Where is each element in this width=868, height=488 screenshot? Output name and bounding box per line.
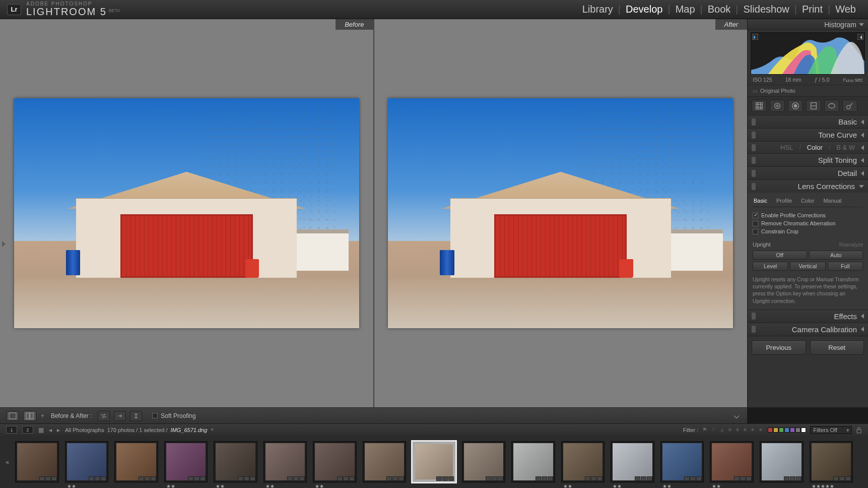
thumbnail[interactable]: ★★ [65, 441, 109, 482]
tab-color[interactable]: Color [800, 197, 815, 205]
upright-full-button[interactable]: Full [828, 262, 863, 271]
source-path[interactable]: All Photographs 170 photos / 1 selected … [65, 427, 214, 433]
nav-slideshow[interactable]: Slideshow [739, 4, 794, 15]
after-pane[interactable]: After [373, 19, 748, 407]
graduated-filter-icon[interactable] [806, 100, 821, 112]
previous-button[interactable]: Previous [752, 340, 806, 355]
thumbnail[interactable]: ★★★★★ [810, 441, 853, 482]
thumbnail[interactable]: ★★ [710, 441, 754, 482]
main-monitor-button[interactable]: 1 [6, 426, 17, 434]
loupe-view-button[interactable] [6, 411, 19, 421]
panel-switch-icon[interactable] [752, 144, 756, 151]
highlight-clipping-icon[interactable] [857, 34, 863, 40]
radial-filter-icon[interactable] [824, 100, 839, 112]
filters-dropdown[interactable]: Filters Off [810, 426, 852, 434]
thumbnail[interactable]: ★★ [214, 441, 257, 482]
thumbnail[interactable] [760, 441, 804, 482]
star-filter[interactable]: ★ ★ ★ ★ ★ [727, 426, 763, 433]
histogram[interactable] [751, 32, 865, 75]
color-swatch[interactable] [795, 428, 800, 433]
thumbnail[interactable] [15, 441, 59, 482]
thumbnail[interactable]: ★★ [611, 441, 654, 482]
reset-button[interactable]: Reset [810, 340, 864, 355]
camera-calibration-panel-header[interactable]: Camera Calibration [748, 323, 868, 336]
filmstrip[interactable]: ◂ ★★★★★★★★★★★★★★★★★★★★★★★ [0, 436, 868, 488]
redeye-tool-icon[interactable] [788, 100, 803, 112]
thumbnail[interactable] [462, 441, 506, 482]
nav-develop[interactable]: Develop [621, 4, 667, 15]
basic-panel-header[interactable]: Basic [748, 115, 868, 128]
hsl-panel-header[interactable]: HSL/ Color/ B & W [748, 142, 868, 153]
color-swatch[interactable] [768, 428, 773, 433]
color-swatch[interactable] [779, 428, 784, 433]
nav-map[interactable]: Map [671, 4, 700, 15]
copy-after-button[interactable] [130, 411, 142, 421]
spot-removal-icon[interactable] [770, 100, 785, 112]
upright-auto-button[interactable]: Auto [809, 251, 863, 260]
thumbnail[interactable] [363, 441, 407, 482]
grid-icon[interactable]: ▦ [38, 426, 44, 434]
split-toning-panel-header[interactable]: Split Toning [748, 154, 868, 166]
original-photo-toggle[interactable]: Original Photo [748, 85, 868, 97]
constrain-crop-checkbox[interactable]: Constrain Crop [753, 227, 863, 235]
tone-curve-panel-header[interactable]: Tone Curve [748, 129, 868, 141]
thumbnail[interactable] [511, 441, 555, 482]
upright-vertical-button[interactable]: Vertical [790, 262, 825, 271]
reanalyze-button[interactable]: Reanalyze [839, 242, 863, 248]
panel-switch-icon[interactable] [752, 157, 756, 164]
panel-switch-icon[interactable] [752, 118, 756, 126]
color-swatch[interactable] [790, 428, 795, 433]
thumbnail[interactable] [412, 441, 456, 482]
adjustment-brush-icon[interactable] [842, 100, 857, 112]
panel-switch-icon[interactable] [752, 313, 756, 320]
left-panel-expand[interactable] [0, 234, 7, 254]
panel-switch-icon[interactable] [752, 132, 756, 139]
soft-proofing-checkbox[interactable]: Soft Proofing [152, 412, 195, 419]
histogram-header[interactable]: Histogram [748, 19, 868, 30]
thumbnail[interactable] [114, 441, 158, 482]
enable-profile-corrections-checkbox[interactable]: Enable Profile Corrections [753, 211, 863, 219]
tab-basic[interactable]: Basic [753, 197, 768, 205]
forward-arrow-icon[interactable]: ▸ [57, 426, 60, 434]
tab-manual[interactable]: Manual [822, 197, 842, 205]
panel-switch-icon[interactable] [752, 170, 756, 177]
before-pane[interactable]: Before [0, 19, 373, 407]
thumbnail[interactable]: ★★ [313, 441, 357, 482]
lens-corrections-panel-header[interactable]: Lens Corrections [748, 180, 868, 193]
effects-panel-header[interactable]: Effects [748, 310, 868, 323]
color-swatch[interactable] [784, 428, 789, 433]
shadow-clipping-icon[interactable] [752, 34, 758, 40]
detail-panel-header[interactable]: Detail [748, 167, 868, 179]
bw-tab[interactable]: B & W [834, 144, 857, 151]
thumbnail[interactable]: ★★ [660, 441, 704, 482]
nav-library[interactable]: Library [577, 4, 618, 15]
color-tab[interactable]: Color [805, 144, 825, 151]
compare-view-button[interactable] [23, 411, 36, 421]
remove-chromatic-aberration-checkbox[interactable]: Remove Chromatic Aberration [753, 219, 863, 227]
upright-off-button[interactable]: Off [753, 251, 807, 260]
panel-switch-icon[interactable] [752, 326, 756, 333]
flag-reject-icon[interactable]: ⚐ [711, 426, 716, 433]
nav-print[interactable]: Print [797, 4, 828, 15]
hsl-tab[interactable]: HSL [778, 144, 795, 151]
nav-book[interactable]: Book [703, 4, 736, 15]
thumbnail[interactable]: ★★ [263, 441, 307, 482]
color-swatch[interactable] [801, 428, 806, 433]
panel-switch-icon[interactable] [752, 183, 756, 190]
color-filter[interactable] [768, 428, 806, 433]
thumbnail[interactable]: ★★ [561, 441, 605, 482]
tab-profile[interactable]: Profile [775, 197, 793, 205]
color-swatch[interactable] [773, 428, 778, 433]
copy-before-button[interactable] [114, 411, 126, 421]
filmstrip-collapse-icon[interactable]: ◂ [3, 456, 11, 468]
filter-lock-icon[interactable] [856, 426, 862, 434]
thumbnail[interactable]: ★★ [164, 441, 208, 482]
flag-filter-icon[interactable]: ⚑ [702, 426, 707, 433]
swap-button[interactable] [98, 411, 110, 421]
second-monitor-button[interactable]: 2 [22, 426, 33, 434]
toolbar-dropdown[interactable] [732, 412, 741, 419]
nav-web[interactable]: Web [830, 4, 861, 15]
upright-level-button[interactable]: Level [753, 262, 788, 271]
crop-tool-icon[interactable] [752, 100, 767, 112]
back-arrow-icon[interactable]: ◂ [49, 426, 52, 434]
